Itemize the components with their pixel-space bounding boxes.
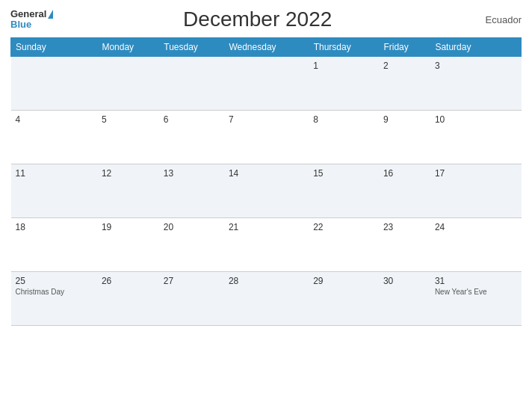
calendar-title: December 2022 xyxy=(53,7,462,31)
day-number: 4 xyxy=(16,114,93,125)
day-number: 10 xyxy=(435,114,517,125)
calendar-cell: 28 xyxy=(224,272,309,326)
weekday-header: Saturday xyxy=(430,38,522,57)
day-number: 19 xyxy=(102,222,155,232)
day-number: 21 xyxy=(229,222,304,232)
day-number: 25 xyxy=(16,276,93,286)
holiday-label: Christmas Day xyxy=(16,288,93,296)
calendar-week-row: 25Christmas Day262728293031New Year's Ev… xyxy=(11,272,522,326)
weekday-header: Sunday xyxy=(11,38,97,57)
calendar-cell: 22 xyxy=(309,218,379,272)
calendar-cell: 12 xyxy=(97,164,159,218)
calendar-cell: 25Christmas Day xyxy=(11,272,97,326)
day-number: 2 xyxy=(383,61,426,71)
day-number: 26 xyxy=(102,276,155,286)
calendar-cell: 19 xyxy=(97,218,159,272)
calendar-cell: 7 xyxy=(224,111,309,164)
day-number: 23 xyxy=(383,222,426,232)
calendar-week-row: 11121314151617 xyxy=(11,164,522,218)
day-number: 14 xyxy=(229,168,304,179)
weekday-header: Friday xyxy=(379,38,430,57)
calendar-header-row: SundayMondayTuesdayWednesdayThursdayFrid… xyxy=(11,38,522,57)
calendar-cell: 13 xyxy=(159,164,224,218)
calendar-cell xyxy=(11,57,97,111)
logo: General Blue xyxy=(10,9,53,31)
calendar-cell: 31New Year's Eve xyxy=(430,272,522,326)
calendar-cell: 2 xyxy=(379,57,430,111)
holiday-label: New Year's Eve xyxy=(435,288,517,296)
calendar-cell: 24 xyxy=(430,218,522,272)
logo-flag-icon xyxy=(48,10,53,19)
calendar-cell: 9 xyxy=(379,111,430,164)
calendar-body: 1234567891011121314151617181920212223242… xyxy=(11,57,522,326)
calendar-cell: 18 xyxy=(11,218,97,272)
day-number: 15 xyxy=(313,168,374,179)
calendar-cell: 3 xyxy=(430,57,522,111)
logo-blue-text: Blue xyxy=(10,19,31,30)
calendar-cell: 8 xyxy=(309,111,379,164)
logo-general-text: General xyxy=(10,9,46,19)
day-number: 3 xyxy=(435,61,517,71)
day-number: 17 xyxy=(435,168,517,179)
day-number: 29 xyxy=(313,276,374,286)
calendar-week-row: 45678910 xyxy=(11,111,522,164)
day-number: 11 xyxy=(16,168,93,179)
calendar-cell: 26 xyxy=(97,272,159,326)
calendar-cell: 11 xyxy=(11,164,97,218)
day-number: 8 xyxy=(313,114,374,125)
calendar-cell xyxy=(97,57,159,111)
calendar-cell: 21 xyxy=(224,218,309,272)
calendar-week-row: 123 xyxy=(11,57,522,111)
calendar-cell: 5 xyxy=(97,111,159,164)
calendar-table: SundayMondayTuesdayWednesdayThursdayFrid… xyxy=(10,37,522,326)
calendar-cell: 20 xyxy=(159,218,224,272)
calendar-cell: 27 xyxy=(159,272,224,326)
day-number: 27 xyxy=(164,276,220,286)
day-number: 20 xyxy=(164,222,220,232)
calendar-cell: 16 xyxy=(379,164,430,218)
day-number: 7 xyxy=(229,114,304,125)
day-number: 1 xyxy=(313,61,374,71)
calendar-cell: 10 xyxy=(430,111,522,164)
day-number: 31 xyxy=(435,276,517,286)
calendar-cell: 29 xyxy=(309,272,379,326)
calendar-cell xyxy=(224,57,309,111)
calendar-week-row: 18192021222324 xyxy=(11,218,522,272)
weekday-header: Wednesday xyxy=(224,38,309,57)
calendar-cell: 23 xyxy=(379,218,430,272)
country-label: Ecuador xyxy=(462,14,522,25)
day-number: 30 xyxy=(383,276,426,286)
day-number: 6 xyxy=(164,114,220,125)
calendar-container: General Blue December 2022 Ecuador Sunda… xyxy=(0,0,532,411)
day-number: 24 xyxy=(435,222,517,232)
calendar-cell: 6 xyxy=(159,111,224,164)
weekday-header: Thursday xyxy=(309,38,379,57)
day-number: 18 xyxy=(16,222,93,232)
day-number: 28 xyxy=(229,276,304,286)
calendar-cell: 17 xyxy=(430,164,522,218)
weekday-header: Tuesday xyxy=(159,38,224,57)
calendar-cell: 1 xyxy=(309,57,379,111)
calendar-cell: 30 xyxy=(379,272,430,326)
day-number: 13 xyxy=(164,168,220,179)
calendar-header: General Blue December 2022 Ecuador xyxy=(10,7,522,31)
day-number: 16 xyxy=(383,168,426,179)
calendar-cell: 14 xyxy=(224,164,309,218)
day-number: 22 xyxy=(313,222,374,232)
calendar-cell: 15 xyxy=(309,164,379,218)
calendar-cell: 4 xyxy=(11,111,97,164)
day-number: 9 xyxy=(383,114,426,125)
day-number: 5 xyxy=(102,114,155,125)
weekday-header: Monday xyxy=(97,38,159,57)
day-number: 12 xyxy=(102,168,155,179)
calendar-cell xyxy=(159,57,224,111)
